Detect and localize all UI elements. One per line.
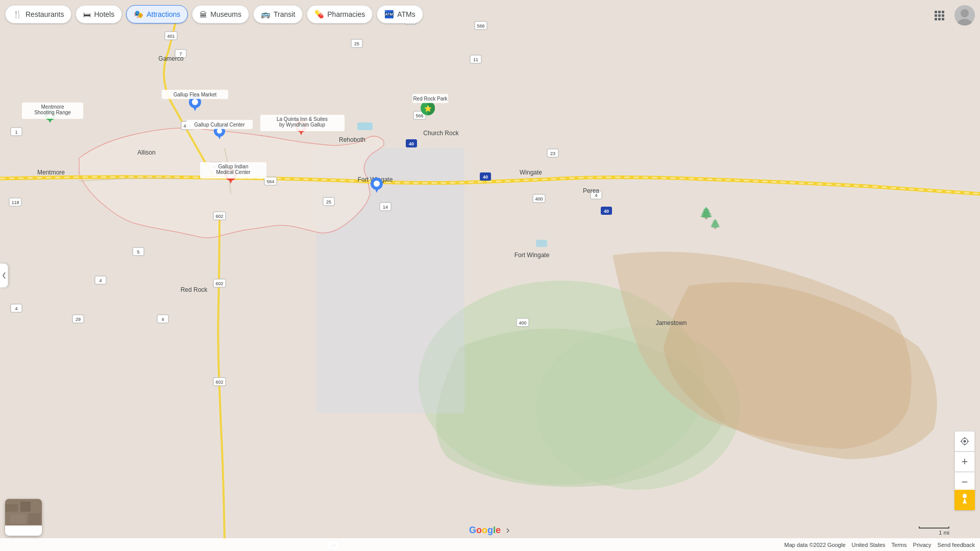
svg-point-128 — [963, 494, 967, 498]
svg-rect-115 — [935, 18, 937, 20]
svg-text:401: 401 — [167, 34, 175, 39]
svg-text:400: 400 — [535, 196, 543, 202]
google-logo-arrow — [503, 527, 511, 535]
google-logo: Google — [469, 525, 511, 536]
svg-point-126 — [964, 440, 966, 443]
svg-text:Jamestown: Jamestown — [656, 319, 687, 327]
svg-point-82 — [192, 99, 198, 105]
svg-text:Perea: Perea — [583, 187, 599, 194]
svg-text:Fort Wingate: Fort Wingate — [514, 252, 550, 259]
hotels-icon: 🛏 — [83, 10, 91, 19]
svg-rect-125 — [28, 513, 41, 524]
svg-text:23: 23 — [550, 151, 555, 156]
svg-text:Church Rock: Church Rock — [423, 130, 459, 137]
svg-text:40: 40 — [409, 141, 414, 146]
svg-rect-112 — [935, 14, 937, 17]
pill-atms[interactable]: 🏧ATMs — [377, 5, 423, 23]
pill-transit[interactable]: 🚌Transit — [253, 5, 303, 23]
svg-text:Medical Center: Medical Center — [216, 169, 251, 175]
scale-bar: 1 mi — [919, 527, 949, 536]
svg-text:40: 40 — [604, 209, 609, 214]
transit-icon: 🚌 — [261, 10, 271, 19]
sidebar-collapse-button[interactable] — [0, 263, 8, 288]
google-apps-icon[interactable] — [929, 5, 949, 26]
svg-text:Gallup Cultural Center: Gallup Cultural Center — [194, 122, 246, 128]
svg-text:4: 4 — [15, 306, 17, 311]
svg-text:25: 25 — [354, 41, 359, 46]
united-states-link[interactable]: United States — [852, 542, 886, 548]
svg-text:Mentmore: Mentmore — [37, 169, 65, 176]
pill-pharmacies[interactable]: 💊Pharmacies — [307, 5, 373, 23]
svg-rect-3 — [357, 122, 373, 130]
transit-label: Transit — [274, 10, 295, 18]
svg-text:40: 40 — [483, 174, 488, 180]
svg-text:602: 602 — [215, 380, 223, 385]
museums-icon: 🏛 — [200, 10, 207, 19]
svg-text:Red Rock: Red Rock — [181, 286, 208, 293]
pegman-button[interactable] — [954, 490, 975, 510]
send-feedback-link[interactable]: Send feedback — [938, 542, 975, 548]
user-avatar[interactable] — [954, 5, 975, 26]
restaurants-icon: 🍴 — [13, 10, 22, 19]
map-svg: 602 602 602 610 564 491 401 566 566 40 4… — [0, 0, 980, 551]
svg-text:Allison: Allison — [137, 149, 155, 156]
svg-rect-109 — [935, 11, 937, 13]
svg-point-119 — [961, 9, 969, 17]
layers-label-container: Layers — [5, 525, 42, 536]
hotels-label: Hotels — [94, 10, 114, 18]
layers-button[interactable]: Layers — [5, 499, 42, 536]
svg-text:Gamerco: Gamerco — [158, 55, 184, 62]
svg-rect-110 — [938, 11, 941, 13]
bottom-bar: Map data ©2022 Google United States Term… — [0, 538, 980, 551]
attractions-icon: 🎭 — [134, 10, 143, 19]
zoom-out-icon: − — [962, 475, 968, 489]
svg-text:602: 602 — [215, 214, 223, 219]
svg-text:⭐: ⭐ — [424, 105, 432, 112]
svg-rect-122 — [5, 504, 18, 512]
svg-text:Rehoboth: Rehoboth — [339, 136, 365, 143]
svg-text:25: 25 — [326, 199, 331, 205]
map-data-label: Map data ©2022 Google — [785, 542, 846, 548]
svg-text:Wingate: Wingate — [520, 169, 542, 176]
svg-text:Red Rock Park: Red Rock Park — [413, 96, 448, 102]
zoom-out-button[interactable]: − — [954, 472, 975, 492]
zoom-in-icon: + — [962, 455, 968, 468]
pharmacies-icon: 💊 — [314, 10, 324, 19]
atms-icon: 🏧 — [384, 10, 394, 19]
map-container[interactable]: 602 602 602 610 564 491 401 566 566 40 4… — [0, 0, 980, 551]
svg-text:Mentmore: Mentmore — [41, 104, 64, 110]
pill-hotels[interactable]: 🛏Hotels — [76, 5, 122, 23]
svg-text:602: 602 — [215, 281, 223, 286]
svg-rect-111 — [942, 11, 944, 13]
svg-point-106 — [374, 181, 380, 187]
svg-text:564: 564 — [266, 179, 274, 184]
svg-text:Gallup Flea Market: Gallup Flea Market — [174, 92, 217, 97]
svg-rect-4 — [536, 240, 547, 247]
privacy-link[interactable]: Privacy — [913, 542, 932, 548]
pill-restaurants[interactable]: 🍴Restaurants — [5, 5, 71, 23]
svg-text:14: 14 — [383, 205, 388, 210]
svg-rect-117 — [942, 18, 944, 20]
location-button[interactable] — [954, 431, 975, 452]
svg-rect-114 — [942, 14, 944, 17]
svg-text:5: 5 — [137, 249, 139, 255]
pill-museums[interactable]: 🏛Museums — [192, 5, 249, 23]
svg-text:566: 566 — [415, 113, 423, 118]
atms-label: ATMs — [397, 10, 415, 18]
svg-rect-113 — [938, 14, 941, 17]
svg-point-86 — [217, 129, 222, 134]
svg-text:11: 11 — [473, 57, 478, 62]
zoom-in-button[interactable]: + — [954, 452, 975, 472]
top-bar: 🍴Restaurants🛏Hotels🎭Attractions🏛Museums🚌… — [5, 5, 423, 23]
svg-text:4: 4 — [161, 317, 164, 322]
terms-link[interactable]: Terms — [892, 542, 907, 548]
svg-rect-123 — [20, 502, 31, 512]
svg-text:🌲: 🌲 — [709, 218, 721, 230]
svg-text:566: 566 — [477, 23, 484, 29]
svg-text:4: 4 — [99, 278, 102, 283]
svg-text:🌲: 🌲 — [699, 206, 714, 220]
museums-label: Museums — [210, 10, 241, 18]
svg-text:1: 1 — [15, 130, 17, 135]
pharmacies-label: Pharmacies — [327, 10, 365, 18]
pill-attractions[interactable]: 🎭Attractions — [126, 5, 188, 23]
